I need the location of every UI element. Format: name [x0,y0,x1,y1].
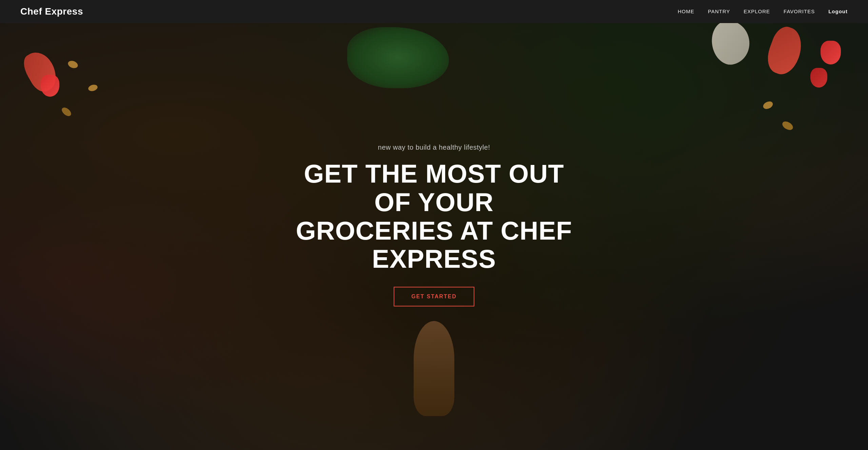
brand-logo[interactable]: Chef Express [20,6,83,17]
nav-item-favorites[interactable]: FAVORITES [784,8,815,15]
hero-title-line1: GET THE MOST OUT OF YOUR [304,159,564,217]
hero-title-line2: GROCERIES AT CHEF EXPRESS [296,216,572,274]
nav-item-explore[interactable]: EXPLORE [744,8,770,15]
nut-decoration-2 [87,84,98,92]
strawberry-right-decoration [821,41,841,64]
nut-right-decoration-2 [781,120,794,132]
spoon-decoration [414,321,454,416]
nav-link-home[interactable]: HOME [678,8,694,14]
nav-item-logout[interactable]: Logout [828,8,848,15]
strawberry-left-decoration [41,75,59,97]
hero-subtitle: new way to build a healthy lifestyle! [295,144,573,151]
nut-decoration-3 [60,106,73,118]
get-started-button[interactable]: GET STARTED [394,287,474,306]
hero-content: new way to build a healthy lifestyle! GE… [281,144,587,306]
nav-link-logout[interactable]: Logout [828,8,848,14]
nav-link-favorites[interactable]: FAVORITES [784,8,815,14]
nut-right-decoration-1 [762,100,774,111]
nav-link-pantry[interactable]: PANTRY [708,8,730,14]
nav-item-home[interactable]: HOME [678,8,694,15]
capsicum-decoration [709,17,753,67]
strawberry-right2-decoration [810,68,827,88]
nav-link-explore[interactable]: EXPLORE [744,8,770,14]
navbar: Chef Express HOME PANTRY EXPLORE FAVORIT… [0,0,868,23]
nav-links: HOME PANTRY EXPLORE FAVORITES Logout [678,8,848,15]
nav-item-pantry[interactable]: PANTRY [708,8,730,15]
hero-title: GET THE MOST OUT OF YOUR GROCERIES AT CH… [295,160,573,273]
hero-section: new way to build a healthy lifestyle! GE… [0,0,868,450]
greens-decoration [347,27,449,88]
pepper-right-decoration [763,23,807,78]
nut-decoration-1 [67,59,79,69]
